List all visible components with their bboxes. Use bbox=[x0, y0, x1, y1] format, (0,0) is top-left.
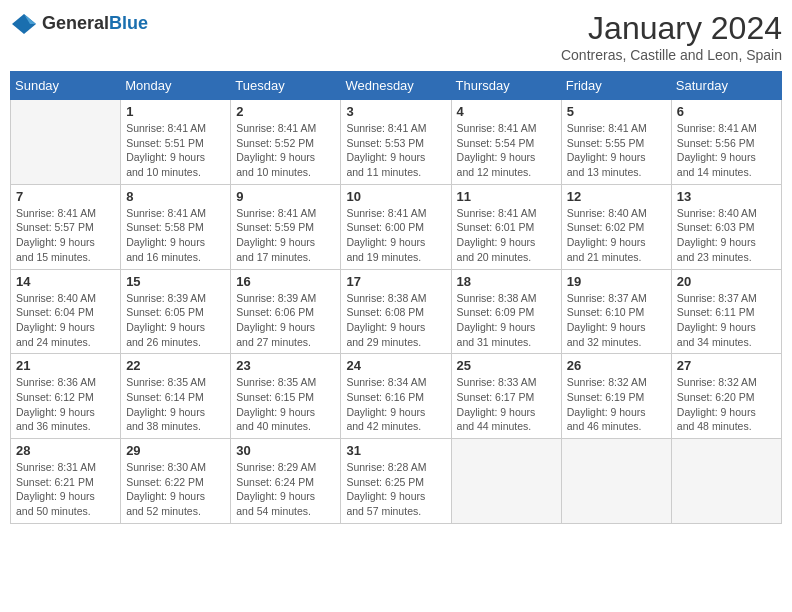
day-info: Sunrise: 8:40 AMSunset: 6:03 PMDaylight:… bbox=[677, 206, 776, 265]
day-info: Sunrise: 8:41 AMSunset: 6:00 PMDaylight:… bbox=[346, 206, 445, 265]
location-subtitle: Contreras, Castille and Leon, Spain bbox=[561, 47, 782, 63]
logo: GeneralBlue bbox=[10, 10, 148, 38]
calendar-cell bbox=[671, 439, 781, 524]
calendar-cell: 31Sunrise: 8:28 AMSunset: 6:25 PMDayligh… bbox=[341, 439, 451, 524]
day-info: Sunrise: 8:41 AMSunset: 5:51 PMDaylight:… bbox=[126, 121, 225, 180]
day-info: Sunrise: 8:35 AMSunset: 6:15 PMDaylight:… bbox=[236, 375, 335, 434]
calendar-cell: 11Sunrise: 8:41 AMSunset: 6:01 PMDayligh… bbox=[451, 184, 561, 269]
day-header-friday: Friday bbox=[561, 72, 671, 100]
calendar-week-row: 14Sunrise: 8:40 AMSunset: 6:04 PMDayligh… bbox=[11, 269, 782, 354]
day-number: 10 bbox=[346, 189, 445, 204]
day-header-saturday: Saturday bbox=[671, 72, 781, 100]
calendar-cell bbox=[561, 439, 671, 524]
day-number: 9 bbox=[236, 189, 335, 204]
calendar-cell: 20Sunrise: 8:37 AMSunset: 6:11 PMDayligh… bbox=[671, 269, 781, 354]
day-header-thursday: Thursday bbox=[451, 72, 561, 100]
day-number: 29 bbox=[126, 443, 225, 458]
calendar-cell: 6Sunrise: 8:41 AMSunset: 5:56 PMDaylight… bbox=[671, 100, 781, 185]
day-info: Sunrise: 8:32 AMSunset: 6:19 PMDaylight:… bbox=[567, 375, 666, 434]
day-info: Sunrise: 8:41 AMSunset: 5:53 PMDaylight:… bbox=[346, 121, 445, 180]
day-header-tuesday: Tuesday bbox=[231, 72, 341, 100]
day-number: 4 bbox=[457, 104, 556, 119]
calendar-header-row: SundayMondayTuesdayWednesdayThursdayFrid… bbox=[11, 72, 782, 100]
day-info: Sunrise: 8:37 AMSunset: 6:10 PMDaylight:… bbox=[567, 291, 666, 350]
day-number: 11 bbox=[457, 189, 556, 204]
day-info: Sunrise: 8:34 AMSunset: 6:16 PMDaylight:… bbox=[346, 375, 445, 434]
day-info: Sunrise: 8:40 AMSunset: 6:02 PMDaylight:… bbox=[567, 206, 666, 265]
calendar-cell: 26Sunrise: 8:32 AMSunset: 6:19 PMDayligh… bbox=[561, 354, 671, 439]
calendar-cell: 23Sunrise: 8:35 AMSunset: 6:15 PMDayligh… bbox=[231, 354, 341, 439]
day-number: 3 bbox=[346, 104, 445, 119]
day-number: 14 bbox=[16, 274, 115, 289]
calendar-cell: 29Sunrise: 8:30 AMSunset: 6:22 PMDayligh… bbox=[121, 439, 231, 524]
calendar-cell: 8Sunrise: 8:41 AMSunset: 5:58 PMDaylight… bbox=[121, 184, 231, 269]
calendar-cell: 10Sunrise: 8:41 AMSunset: 6:00 PMDayligh… bbox=[341, 184, 451, 269]
day-number: 1 bbox=[126, 104, 225, 119]
day-info: Sunrise: 8:33 AMSunset: 6:17 PMDaylight:… bbox=[457, 375, 556, 434]
calendar-cell: 9Sunrise: 8:41 AMSunset: 5:59 PMDaylight… bbox=[231, 184, 341, 269]
day-number: 26 bbox=[567, 358, 666, 373]
day-info: Sunrise: 8:41 AMSunset: 6:01 PMDaylight:… bbox=[457, 206, 556, 265]
day-number: 22 bbox=[126, 358, 225, 373]
title-block: January 2024 Contreras, Castille and Leo… bbox=[561, 10, 782, 63]
calendar-cell: 5Sunrise: 8:41 AMSunset: 5:55 PMDaylight… bbox=[561, 100, 671, 185]
calendar-cell: 19Sunrise: 8:37 AMSunset: 6:10 PMDayligh… bbox=[561, 269, 671, 354]
calendar-cell: 17Sunrise: 8:38 AMSunset: 6:08 PMDayligh… bbox=[341, 269, 451, 354]
day-number: 31 bbox=[346, 443, 445, 458]
calendar-cell: 24Sunrise: 8:34 AMSunset: 6:16 PMDayligh… bbox=[341, 354, 451, 439]
day-info: Sunrise: 8:35 AMSunset: 6:14 PMDaylight:… bbox=[126, 375, 225, 434]
day-number: 16 bbox=[236, 274, 335, 289]
calendar-cell: 28Sunrise: 8:31 AMSunset: 6:21 PMDayligh… bbox=[11, 439, 121, 524]
calendar-cell: 18Sunrise: 8:38 AMSunset: 6:09 PMDayligh… bbox=[451, 269, 561, 354]
day-number: 12 bbox=[567, 189, 666, 204]
day-number: 24 bbox=[346, 358, 445, 373]
day-number: 23 bbox=[236, 358, 335, 373]
day-info: Sunrise: 8:39 AMSunset: 6:05 PMDaylight:… bbox=[126, 291, 225, 350]
day-info: Sunrise: 8:28 AMSunset: 6:25 PMDaylight:… bbox=[346, 460, 445, 519]
day-info: Sunrise: 8:40 AMSunset: 6:04 PMDaylight:… bbox=[16, 291, 115, 350]
page-header: GeneralBlue January 2024 Contreras, Cast… bbox=[10, 10, 782, 63]
calendar-week-row: 7Sunrise: 8:41 AMSunset: 5:57 PMDaylight… bbox=[11, 184, 782, 269]
day-number: 21 bbox=[16, 358, 115, 373]
day-info: Sunrise: 8:30 AMSunset: 6:22 PMDaylight:… bbox=[126, 460, 225, 519]
logo-text: GeneralBlue bbox=[42, 14, 148, 34]
calendar-cell: 25Sunrise: 8:33 AMSunset: 6:17 PMDayligh… bbox=[451, 354, 561, 439]
day-info: Sunrise: 8:41 AMSunset: 5:55 PMDaylight:… bbox=[567, 121, 666, 180]
calendar-cell: 14Sunrise: 8:40 AMSunset: 6:04 PMDayligh… bbox=[11, 269, 121, 354]
day-number: 20 bbox=[677, 274, 776, 289]
day-number: 7 bbox=[16, 189, 115, 204]
calendar-week-row: 1Sunrise: 8:41 AMSunset: 5:51 PMDaylight… bbox=[11, 100, 782, 185]
calendar-cell: 3Sunrise: 8:41 AMSunset: 5:53 PMDaylight… bbox=[341, 100, 451, 185]
logo-icon bbox=[10, 10, 38, 38]
day-info: Sunrise: 8:41 AMSunset: 5:57 PMDaylight:… bbox=[16, 206, 115, 265]
month-title: January 2024 bbox=[561, 10, 782, 47]
calendar-cell: 27Sunrise: 8:32 AMSunset: 6:20 PMDayligh… bbox=[671, 354, 781, 439]
day-info: Sunrise: 8:41 AMSunset: 5:54 PMDaylight:… bbox=[457, 121, 556, 180]
day-info: Sunrise: 8:41 AMSunset: 5:59 PMDaylight:… bbox=[236, 206, 335, 265]
day-number: 5 bbox=[567, 104, 666, 119]
day-number: 18 bbox=[457, 274, 556, 289]
day-info: Sunrise: 8:39 AMSunset: 6:06 PMDaylight:… bbox=[236, 291, 335, 350]
calendar-cell bbox=[451, 439, 561, 524]
calendar-cell: 16Sunrise: 8:39 AMSunset: 6:06 PMDayligh… bbox=[231, 269, 341, 354]
calendar-cell: 12Sunrise: 8:40 AMSunset: 6:02 PMDayligh… bbox=[561, 184, 671, 269]
calendar-cell: 7Sunrise: 8:41 AMSunset: 5:57 PMDaylight… bbox=[11, 184, 121, 269]
calendar-week-row: 21Sunrise: 8:36 AMSunset: 6:12 PMDayligh… bbox=[11, 354, 782, 439]
day-number: 27 bbox=[677, 358, 776, 373]
calendar-cell: 22Sunrise: 8:35 AMSunset: 6:14 PMDayligh… bbox=[121, 354, 231, 439]
day-info: Sunrise: 8:41 AMSunset: 5:56 PMDaylight:… bbox=[677, 121, 776, 180]
calendar-cell: 2Sunrise: 8:41 AMSunset: 5:52 PMDaylight… bbox=[231, 100, 341, 185]
calendar-cell: 13Sunrise: 8:40 AMSunset: 6:03 PMDayligh… bbox=[671, 184, 781, 269]
day-info: Sunrise: 8:36 AMSunset: 6:12 PMDaylight:… bbox=[16, 375, 115, 434]
day-number: 8 bbox=[126, 189, 225, 204]
day-number: 30 bbox=[236, 443, 335, 458]
day-number: 17 bbox=[346, 274, 445, 289]
calendar-cell bbox=[11, 100, 121, 185]
day-number: 15 bbox=[126, 274, 225, 289]
day-info: Sunrise: 8:38 AMSunset: 6:08 PMDaylight:… bbox=[346, 291, 445, 350]
day-header-sunday: Sunday bbox=[11, 72, 121, 100]
day-number: 28 bbox=[16, 443, 115, 458]
calendar-week-row: 28Sunrise: 8:31 AMSunset: 6:21 PMDayligh… bbox=[11, 439, 782, 524]
day-number: 13 bbox=[677, 189, 776, 204]
calendar-cell: 1Sunrise: 8:41 AMSunset: 5:51 PMDaylight… bbox=[121, 100, 231, 185]
